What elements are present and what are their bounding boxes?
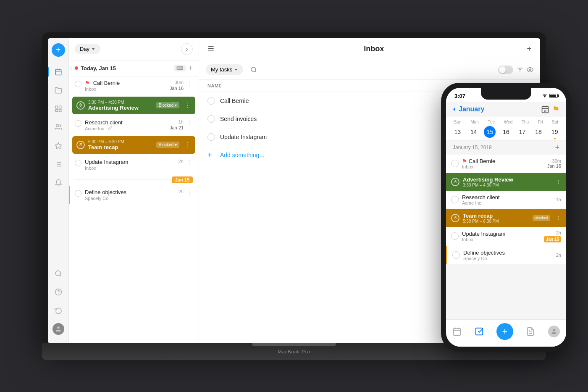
search-button[interactable] <box>247 63 260 76</box>
task-name-text: Call Bernie <box>93 80 120 86</box>
my-tasks-button[interactable]: My tasks <box>206 64 243 75</box>
toggle-switch[interactable] <box>498 66 513 74</box>
task-call-bernie[interactable]: ⚑ Call Bernie Inbox 30m Jan 16 ⋮ <box>69 76 199 95</box>
svg-rect-38 <box>454 328 461 335</box>
battery-icon <box>549 94 558 98</box>
phone-add-fab[interactable]: + <box>496 323 513 340</box>
calendar-icon[interactable]: 15 <box>541 105 549 113</box>
task-checkbox[interactable] <box>452 251 460 259</box>
phone-week: Sun Mon Tue Wed Thu Fri Sat 13 14 15 16 … <box>446 117 566 141</box>
day-17[interactable]: 17 <box>517 126 528 138</box>
more-icon[interactable] <box>555 179 561 185</box>
phone-event-team-recap[interactable]: ⏱ Team recap 5:30 PM – 6:30 PM Blocked <box>446 209 566 227</box>
sidebar-item-star[interactable] <box>51 138 66 153</box>
task-checkbox[interactable] <box>207 97 215 105</box>
sidebar-item-history[interactable] <box>51 303 66 318</box>
back-button[interactable]: January <box>453 105 484 113</box>
date-add-button[interactable]: + <box>555 143 559 152</box>
event-more-button[interactable]: ⋮ <box>184 141 191 149</box>
filter-icon[interactable] <box>517 66 523 73</box>
blocked-badge: Blocked ▾ <box>156 142 179 148</box>
task-more-button[interactable]: ⋮ <box>187 159 193 166</box>
week-days-header: Sun Mon Tue Wed Thu Fri Sat <box>449 120 563 124</box>
day-13[interactable]: 13 <box>452 126 463 138</box>
task-checkbox[interactable] <box>75 160 81 166</box>
task-checkbox[interactable] <box>207 133 215 141</box>
sidebar-item-folder[interactable] <box>51 83 66 98</box>
phone-tab-calendar[interactable] <box>452 327 462 336</box>
forward-nav-button[interactable]: › <box>181 43 193 55</box>
task-more-button[interactable]: ⋮ <box>187 119 193 126</box>
add-button[interactable]: + <box>52 43 65 57</box>
day-selector[interactable]: Day <box>75 44 100 54</box>
task-checkbox[interactable] <box>451 196 459 203</box>
sidebar-item-people[interactable] <box>51 120 66 135</box>
task-date: Jan 16 <box>547 163 561 168</box>
task-name-text: Define objectives <box>85 189 175 195</box>
event-advertising-review[interactable]: ⏱ 3:30 PM – 4:30 PM Advertising Review B… <box>72 97 195 114</box>
search-icon <box>250 66 257 73</box>
event-team-recap[interactable]: ⏱ 5:30 PM – 6:30 PM Team recap Blocked ▾… <box>72 136 195 154</box>
phone-task-research-client[interactable]: Research client Acme Inc 1h <box>446 191 566 209</box>
task-checkbox[interactable] <box>451 160 459 167</box>
event-more-button[interactable]: ⋮ <box>184 101 191 109</box>
task-duration: 2h <box>556 253 561 258</box>
day-19[interactable]: 19 <box>549 126 561 138</box>
svg-point-21 <box>251 67 256 72</box>
more-icon[interactable] <box>555 215 561 221</box>
sidebar-item-bell[interactable] <box>51 175 66 190</box>
event-name: Advertising Review <box>463 176 552 183</box>
svg-point-37 <box>558 219 558 220</box>
day-16[interactable]: 16 <box>500 126 512 138</box>
sidebar-item-help[interactable] <box>51 284 66 300</box>
task-update-instagram[interactable]: Update Instagram Inbox 2h ⋮ <box>69 155 199 174</box>
sidebar-item-calendar[interactable] <box>51 64 66 79</box>
task-checkbox[interactable] <box>75 190 81 197</box>
day-14[interactable]: 14 <box>468 126 480 138</box>
phone-task-update-instagram[interactable]: Update Instagram Inbox 2h Jan 15 <box>446 227 566 246</box>
task-duration: 30m <box>175 80 184 85</box>
task-project: Spacely Co <box>463 256 553 261</box>
task-more-button[interactable]: ⋮ <box>187 189 193 196</box>
event-time: 5:30 PM – 6:30 PM <box>88 139 153 144</box>
eye-icon[interactable] <box>527 66 533 73</box>
task-project: Inbox <box>85 87 166 92</box>
task-research-client[interactable]: Research client Acme Inc 1h Jan 21 ⋮ <box>69 116 199 134</box>
sidebar-item-grid[interactable] <box>51 101 66 116</box>
event-name: Advertising Review <box>88 105 153 111</box>
sidebar-item-list[interactable] <box>51 157 66 172</box>
task-name-text: Update Instagram <box>85 159 175 165</box>
task-date: Jan 21 <box>170 125 184 130</box>
phone-tab-notes[interactable] <box>526 327 535 336</box>
day-18[interactable]: 18 <box>533 126 544 138</box>
phone-tab-tasks[interactable] <box>475 327 484 336</box>
task-checkbox[interactable] <box>75 120 81 127</box>
task-project: Spacely Co <box>85 196 175 201</box>
inbox-add-button[interactable]: + <box>527 44 532 54</box>
task-checkbox[interactable] <box>75 81 81 87</box>
phone-body: 3:07 January <box>441 83 571 352</box>
date-badge: Jan 15 <box>172 176 193 183</box>
phone-task-define-objectives[interactable]: Define objectives Spacely Co 2h <box>446 246 566 264</box>
task-more-button[interactable]: ⋮ <box>187 80 193 87</box>
day-15-today[interactable]: 15 <box>484 126 496 138</box>
today-bar: Today, Jan 15 ⌨ + <box>69 61 199 76</box>
task-checkbox[interactable] <box>451 232 459 240</box>
task-define-objectives[interactable]: Define objectives Spacely Co 2h ⋮ <box>69 186 199 204</box>
today-add-button[interactable]: + <box>188 64 193 73</box>
calendar-tab-icon <box>452 327 462 336</box>
task-name: Define objectives <box>463 250 553 256</box>
phone-event-advertising-review[interactable]: ⏱ Advertising Review 3:30 PM – 4:30 PM <box>446 173 566 191</box>
user-avatar[interactable] <box>51 321 66 337</box>
menu-icon[interactable]: ☰ <box>207 44 214 53</box>
task-project: Acme Inc <box>462 200 553 205</box>
phone-date-label: January 15, 2019 + <box>446 141 566 155</box>
task-name: Research client <box>462 194 553 200</box>
phone-task-call-bernie[interactable]: ⚑ Call Bernie Inbox 30m Jan 16 <box>446 155 566 173</box>
phone-tab-profile[interactable] <box>548 326 560 337</box>
sidebar-item-search[interactable] <box>51 266 66 281</box>
task-duration: 2h <box>556 230 561 235</box>
task-duration: 2h <box>178 189 184 194</box>
task-checkbox[interactable] <box>207 115 215 123</box>
task-name: Update Instagram <box>220 134 267 140</box>
